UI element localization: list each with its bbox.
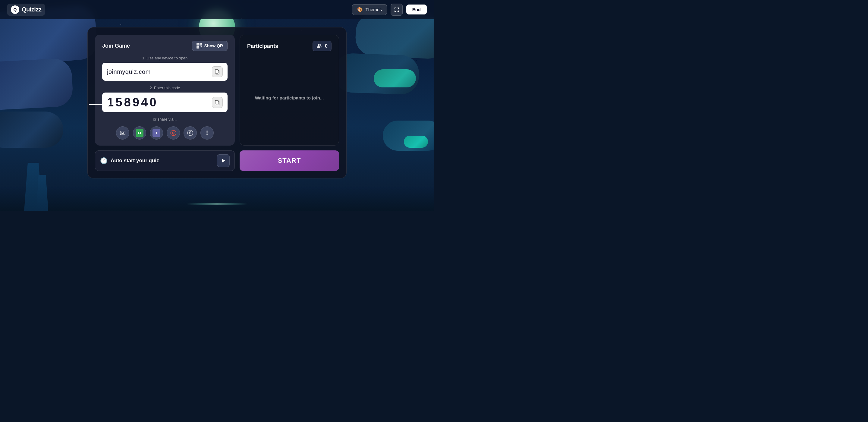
end-button[interactable]: End — [406, 4, 427, 14]
svg-rect-6 — [200, 47, 200, 47]
url-box: joinmyquiz.com — [102, 63, 227, 81]
arrow-line — [89, 104, 107, 105]
play-button[interactable] — [217, 154, 230, 167]
logo-text: Quizizz — [22, 6, 41, 13]
svg-rect-3 — [200, 44, 201, 44]
share-icons: T — [102, 126, 227, 140]
join-card: Join Game Show QR — [95, 35, 235, 146]
copy-url-icon — [215, 69, 220, 74]
participants-title: Participants — [247, 43, 278, 50]
themes-label: Themes — [365, 7, 381, 12]
participants-count: 0 — [325, 43, 328, 49]
cloud-teal-right — [374, 69, 416, 87]
main-panel: Join Game Show QR — [87, 27, 347, 178]
svg-point-18 — [139, 132, 140, 133]
svg-rect-8 — [200, 48, 200, 48]
share-teams-button[interactable]: T — [150, 126, 163, 140]
share-google-classroom-button[interactable] — [133, 126, 146, 140]
code-box: 158940 — [102, 93, 227, 112]
participants-count-badge: 0 — [313, 41, 332, 51]
panel-bottom: 🕐 Auto start your quiz START — [95, 150, 339, 171]
step2-label: 2. Enter this code — [102, 86, 227, 90]
auto-start-label: Auto start your quiz — [111, 158, 159, 164]
arrow-head — [107, 102, 111, 107]
cloud-bottom-left — [0, 112, 63, 148]
waiting-text: Waiting for participants to join... — [255, 95, 324, 100]
svg-text:S: S — [189, 131, 191, 135]
svg-rect-5 — [197, 47, 198, 48]
participants-card: Participants 0 Waiting for participants … — [240, 35, 339, 146]
svg-point-31 — [207, 134, 208, 135]
cloud-top-right — [355, 13, 434, 60]
url-text: joinmyquiz.com — [107, 68, 151, 76]
teams-icon: T — [153, 129, 160, 137]
svg-marker-34 — [222, 159, 225, 162]
start-button[interactable]: START — [240, 150, 339, 171]
svg-rect-9 — [201, 48, 202, 48]
participants-header: Participants 0 — [247, 41, 332, 51]
fullscreen-button[interactable] — [391, 4, 403, 16]
logo: Q Quizizz — [7, 4, 45, 16]
link-icon — [120, 130, 126, 136]
qr-icon — [196, 43, 202, 49]
share-canvas-button[interactable] — [167, 126, 180, 140]
canvas-icon — [170, 130, 177, 136]
svg-point-32 — [318, 44, 319, 46]
svg-rect-17 — [138, 133, 140, 133]
arrow-indicator — [89, 102, 111, 107]
svg-rect-1 — [197, 44, 198, 44]
panel-top: Join Game Show QR — [95, 35, 339, 146]
navbar-right: 🎨 Themes End — [352, 4, 427, 16]
auto-start-left: 🕐 Auto start your quiz — [100, 157, 159, 164]
svg-point-30 — [207, 132, 208, 133]
auto-start-clock-icon: 🕐 — [100, 157, 107, 164]
show-qr-label: Show QR — [204, 43, 223, 48]
copy-code-icon — [215, 100, 220, 105]
participants-body: Waiting for participants to join... — [247, 56, 332, 139]
svg-rect-11 — [215, 70, 218, 73]
themes-icon: 🎨 — [357, 7, 363, 12]
fullscreen-icon — [394, 7, 399, 12]
code-text: 158940 — [107, 95, 158, 109]
share-schoology-button[interactable]: S — [184, 126, 197, 140]
svg-rect-7 — [201, 47, 202, 47]
svg-rect-13 — [215, 100, 218, 104]
more-icon — [204, 130, 210, 136]
share-label: or share via... — [102, 117, 227, 121]
auto-start-button[interactable]: 🕐 Auto start your quiz — [95, 150, 235, 171]
share-link-button[interactable] — [116, 126, 129, 140]
copy-code-button[interactable] — [212, 97, 223, 108]
svg-point-33 — [319, 44, 321, 46]
participants-icon — [316, 43, 322, 49]
navbar: Q Quizizz 🎨 Themes End — [0, 0, 434, 19]
join-title: Join Game — [102, 43, 130, 49]
cloud-mid-left — [0, 58, 73, 111]
copy-url-button[interactable] — [212, 66, 223, 77]
google-classroom-icon — [135, 129, 144, 137]
svg-point-22 — [173, 132, 174, 134]
share-more-button[interactable] — [200, 126, 214, 140]
svg-point-29 — [207, 130, 208, 132]
teams-svg: T — [153, 130, 159, 136]
water-shine — [187, 203, 247, 205]
schoology-icon: S — [187, 130, 193, 136]
step1-label: 1. Use any device to open — [102, 56, 227, 60]
cloud-teal-bottom-right — [404, 135, 428, 148]
join-header: Join Game Show QR — [102, 41, 227, 51]
svg-text:T: T — [156, 131, 158, 135]
gc-svg — [137, 130, 142, 135]
show-qr-button[interactable]: Show QR — [192, 41, 227, 51]
themes-button[interactable]: 🎨 Themes — [352, 4, 387, 15]
play-icon — [221, 158, 225, 163]
water-reflection — [0, 187, 434, 211]
logo-icon: Q — [11, 5, 19, 14]
